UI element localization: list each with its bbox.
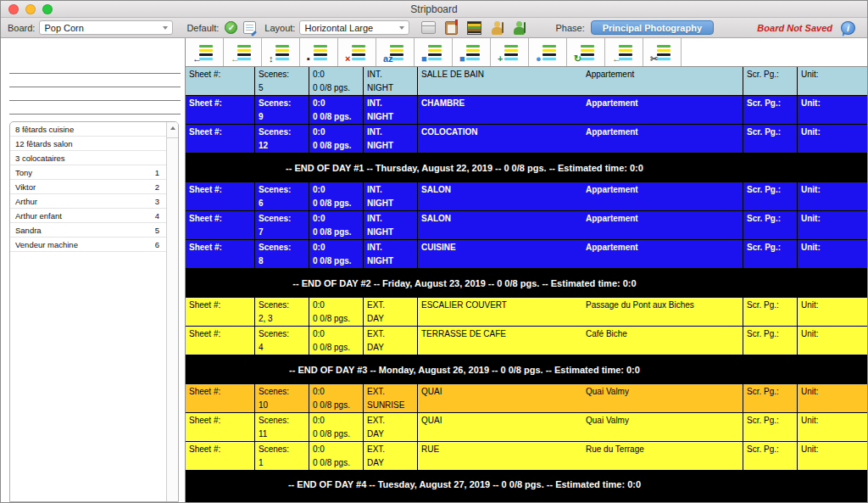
- script-page-cell: Scr. Pg.:: [743, 298, 798, 326]
- pages-value: 0 0/8 pgs.: [313, 139, 363, 153]
- character-list-item[interactable]: 8 fêtards cuisine: [10, 122, 166, 137]
- sheet-cell: Sheet #:: [186, 96, 255, 124]
- location-cell: Café Biche 1,3,4: [586, 327, 743, 340]
- person-rake-icon[interactable]: [513, 21, 526, 35]
- sort-field-slot[interactable]: [9, 60, 181, 74]
- end-of-day-separator: -- END OF DAY #1 -- Thursday, August 22,…: [186, 154, 867, 182]
- app-window: Stripboard Board: Pop Corn Default: ✓ La…: [0, 0, 868, 503]
- character-list-item[interactable]: Tony 1: [10, 165, 166, 180]
- strip-row[interactable]: Sheet #: Scenes: 4 0:0 0 0/8 pgs. EXT. D…: [186, 327, 867, 355]
- package-icon[interactable]: [421, 21, 436, 34]
- stripboard-table: Sheet #: Scenes: 5 0:0 0 0/8 pgs. INT. N…: [186, 67, 867, 502]
- strip-row[interactable]: Sheet #: Scenes: 9 0:0 0 0/8 pgs. INT. N…: [186, 96, 867, 125]
- board-select[interactable]: Pop Corn: [39, 20, 173, 35]
- unit-label: Unit:: [801, 385, 867, 399]
- character-list-item[interactable]: Arthur 3: [10, 194, 166, 209]
- strip-row[interactable]: Sheet #: Scenes: 6 0:0 0 0/8 pgs. INT. N…: [186, 182, 867, 211]
- sort-field-slot[interactable]: [9, 74, 181, 87]
- location-cell: Quai Valmy 1,2: [586, 413, 743, 427]
- end-of-day-text: -- END OF DAY #4 -- Tuesday, August 27, …: [186, 479, 743, 489]
- sheet-value: [189, 197, 254, 210]
- strip-row[interactable]: Sheet #: Scenes: 12 0:0 0 0/8 pgs. INT. …: [186, 125, 867, 154]
- scenes-cell: Scenes: 8: [255, 240, 309, 268]
- character-list-scrollbar[interactable]: [166, 122, 178, 501]
- layout-select[interactable]: Horizontal Large: [299, 20, 409, 35]
- scenes-value: 8: [259, 254, 309, 268]
- save-strips-button[interactable]: ■: [415, 38, 453, 66]
- strip-toolbar-spacer: [682, 38, 867, 66]
- close-button[interactable]: [8, 4, 19, 14]
- merge-strips-button[interactable]: ▪: [300, 38, 338, 66]
- content-area: Character Board ID 8 fêtards cuisine 12 …: [1, 38, 867, 502]
- time-pages-cell: 0:0 0 0/8 pgs.: [309, 413, 364, 441]
- edit-form-icon[interactable]: [243, 21, 256, 34]
- character-list-item[interactable]: 3 colocataires: [10, 151, 166, 165]
- reorder-strips-button[interactable]: ↕: [262, 38, 300, 66]
- zoom-button[interactable]: [42, 4, 53, 14]
- strip-row[interactable]: Sheet #: Scenes: 11 0:0 0 0/8 pgs. EXT. …: [186, 413, 867, 442]
- sort-strips-az-button[interactable]: az: [376, 38, 415, 66]
- character-list-item[interactable]: Viktor 2: [10, 180, 166, 194]
- save-strips-as-button[interactable]: ■: [453, 38, 491, 66]
- end-of-day-text: -- END OF DAY #2 -- Friday, August 23, 2…: [186, 278, 743, 288]
- strip-row[interactable]: Sheet #: Scenes: 5 0:0 0 0/8 pgs. INT. N…: [186, 67, 867, 96]
- strip-row[interactable]: Sheet #: Scenes: 8 0:0 0 0/8 pgs. INT. N…: [186, 240, 867, 269]
- location-name: Café Biche: [586, 327, 743, 340]
- time-value: 0:0: [313, 385, 363, 399]
- end-of-day-separator: -- END OF DAY #2 -- Friday, August 23, 2…: [186, 269, 867, 298]
- time-pages-cell: 0:0 0 0/8 pgs.: [309, 96, 364, 124]
- scenes-cell: Scenes: 6: [255, 182, 309, 210]
- strip-tool-icon: ×: [348, 44, 366, 61]
- script-page-value: [747, 197, 797, 210]
- strip-toolbar: ← ← ↕ ▪ × az ■ ■: [186, 38, 867, 67]
- confirm-default-icon[interactable]: ✓: [225, 21, 237, 34]
- minimize-button[interactable]: [25, 4, 36, 14]
- unit-value: [801, 428, 867, 441]
- unit-cell: Unit:: [798, 96, 867, 124]
- character-list-item[interactable]: Vendeur machine 6: [10, 238, 166, 252]
- location-name: Quai Valmy: [586, 385, 743, 398]
- clipboard-flag-icon[interactable]: [445, 21, 458, 35]
- strip-row[interactable]: Sheet #: Scenes: 2, 3 0:0 0 0/8 pgs. EXT…: [186, 298, 867, 327]
- scenes-label: Scenes:: [259, 68, 309, 81]
- info-icon[interactable]: i: [841, 21, 855, 35]
- int-ext-value: EXT.: [367, 414, 417, 428]
- int-ext-value: INT.: [367, 126, 417, 139]
- time-value: 0:0: [313, 327, 363, 341]
- stripboard-stack-icon[interactable]: [467, 21, 481, 35]
- script-page-value: [747, 428, 797, 441]
- set-location-cell: SALLE DE BAIN Appartement 1,2: [418, 67, 743, 95]
- character-list-item[interactable]: Sandra 5: [10, 223, 166, 238]
- person-flag-icon[interactable]: [491, 21, 504, 35]
- script-page-value: [747, 226, 797, 239]
- strip-row[interactable]: Sheet #: Scenes: 7 0:0 0 0/8 pgs. INT. N…: [186, 211, 867, 240]
- character-list-item[interactable]: Arthur enfant 4: [10, 209, 166, 223]
- insert-strip-after-button[interactable]: ←: [224, 38, 262, 66]
- character-list-item[interactable]: 12 fêtards salon: [10, 137, 166, 151]
- unit-value: [801, 197, 867, 210]
- refresh-strips-button[interactable]: ↻: [567, 38, 605, 66]
- time-pages-cell: 0:0 0 0/8 pgs.: [309, 240, 364, 268]
- day-night-value: DAY: [367, 312, 417, 326]
- phase-button[interactable]: Principal Photography: [591, 20, 714, 35]
- sheet-cell: Sheet #:: [186, 442, 255, 470]
- script-page-value: [747, 399, 797, 412]
- day-night-value: SUNRISE: [367, 399, 417, 412]
- location-cell: Appartement 1,2: [586, 67, 743, 81]
- add-strip-button[interactable]: +: [491, 38, 529, 66]
- insert-strip-before-button[interactable]: ←: [186, 38, 224, 66]
- recolor-strip-button[interactable]: ●: [529, 38, 567, 66]
- script-page-cell: Scr. Pg.:: [743, 442, 798, 470]
- script-page-label: Scr. Pg.:: [747, 327, 797, 341]
- sort-field-slot[interactable]: [9, 101, 181, 115]
- import-strips-button[interactable]: ←: [605, 38, 643, 66]
- location-cell: Appartement 1: [586, 182, 743, 196]
- strip-row[interactable]: Sheet #: Scenes: 1 0:0 0 0/8 pgs. EXT. D…: [186, 442, 867, 471]
- scroll-up-icon[interactable]: [167, 126, 178, 138]
- sort-field-slot[interactable]: [9, 87, 181, 101]
- delete-strip-button[interactable]: ×: [338, 38, 376, 66]
- strip-row[interactable]: Sheet #: Scenes: 10 0:0 0 0/8 pgs. EXT. …: [186, 384, 867, 413]
- split-strip-button[interactable]: ✂: [643, 38, 682, 66]
- sheet-value: [189, 341, 254, 355]
- int-ext-cell: EXT. DAY: [364, 298, 418, 326]
